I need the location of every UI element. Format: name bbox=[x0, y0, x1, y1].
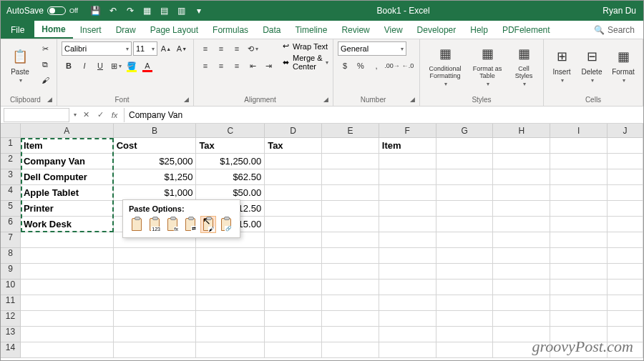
cell[interactable] bbox=[196, 342, 265, 358]
cell[interactable] bbox=[493, 311, 550, 327]
cell[interactable] bbox=[550, 138, 608, 154]
col-header[interactable]: D bbox=[265, 124, 322, 138]
number-format-combo[interactable]: General▾ bbox=[338, 41, 406, 56]
format-cells-button[interactable]: ▦ Format▾ bbox=[608, 41, 638, 89]
cell[interactable] bbox=[21, 280, 114, 295]
cell[interactable] bbox=[379, 217, 436, 232]
tab-view[interactable]: View bbox=[377, 21, 410, 39]
underline-button[interactable]: U bbox=[93, 59, 107, 73]
cut-icon[interactable]: ✂ bbox=[38, 41, 52, 56]
cell[interactable] bbox=[322, 248, 379, 264]
col-header[interactable]: J bbox=[608, 124, 643, 138]
cell[interactable] bbox=[114, 248, 197, 264]
align-bottom-icon[interactable]: ≡ bbox=[230, 41, 244, 56]
cell[interactable] bbox=[322, 185, 379, 201]
cell[interactable] bbox=[379, 327, 436, 342]
dialog-launcher-icon[interactable]: ◢ bbox=[47, 96, 52, 103]
cell[interactable] bbox=[265, 264, 322, 280]
cell[interactable] bbox=[608, 169, 643, 185]
cell[interactable]: Tax bbox=[265, 138, 322, 154]
cell[interactable] bbox=[322, 342, 379, 358]
cell[interactable]: $50.00 bbox=[196, 185, 265, 201]
align-top-icon[interactable]: ≡ bbox=[198, 41, 213, 56]
cell[interactable] bbox=[608, 295, 643, 311]
cell[interactable] bbox=[608, 280, 643, 295]
cell[interactable] bbox=[114, 280, 197, 295]
cell[interactable] bbox=[379, 232, 436, 248]
cell[interactable] bbox=[21, 264, 114, 280]
conditional-formatting-button[interactable]: ▦ Conditional Formatting▾ bbox=[424, 41, 466, 89]
row-header[interactable]: 1 bbox=[1, 138, 21, 154]
cell[interactable] bbox=[265, 169, 322, 185]
increase-font-icon[interactable]: A▲ bbox=[159, 41, 173, 56]
cell[interactable]: Item bbox=[21, 138, 114, 154]
col-header[interactable]: C bbox=[196, 124, 265, 138]
col-header[interactable]: I bbox=[550, 124, 608, 138]
decrease-font-icon[interactable]: A▼ bbox=[175, 41, 189, 56]
cell[interactable] bbox=[265, 185, 322, 201]
cell[interactable] bbox=[493, 248, 550, 264]
cell[interactable] bbox=[265, 201, 322, 217]
cell[interactable] bbox=[379, 169, 436, 185]
fill-color-icon[interactable]: 🪣 bbox=[125, 59, 139, 73]
dialog-launcher-icon[interactable]: ◢ bbox=[184, 96, 189, 103]
cell[interactable] bbox=[196, 264, 265, 280]
fx-icon[interactable]: fx bbox=[108, 111, 121, 119]
copy-icon[interactable]: ⧉ bbox=[38, 57, 52, 71]
border-icon[interactable]: ⊞▾ bbox=[109, 59, 123, 73]
cell[interactable] bbox=[436, 201, 494, 217]
row-header[interactable]: 6 bbox=[1, 217, 21, 232]
undo-icon[interactable]: ↶ bbox=[105, 3, 121, 19]
select-all-corner[interactable] bbox=[1, 124, 21, 138]
row-header[interactable]: 13 bbox=[1, 327, 21, 342]
cell[interactable] bbox=[436, 248, 494, 264]
cell[interactable] bbox=[493, 280, 550, 295]
dialog-launcher-icon[interactable]: ◢ bbox=[410, 96, 415, 103]
cell[interactable]: $25,000 bbox=[114, 154, 197, 169]
cell[interactable] bbox=[265, 342, 322, 358]
tab-draw[interactable]: Draw bbox=[109, 21, 143, 39]
cell[interactable] bbox=[322, 311, 379, 327]
cell[interactable] bbox=[379, 280, 436, 295]
delete-cells-button[interactable]: ⊟ Delete▾ bbox=[578, 41, 605, 89]
cell[interactable] bbox=[550, 280, 608, 295]
row-header[interactable]: 10 bbox=[1, 280, 21, 295]
cell[interactable]: Dell Computer bbox=[21, 169, 114, 185]
tab-pdfelement[interactable]: PDFelement bbox=[495, 21, 557, 39]
cell[interactable] bbox=[114, 327, 197, 342]
cell[interactable] bbox=[608, 248, 643, 264]
cell[interactable] bbox=[436, 169, 494, 185]
cell[interactable] bbox=[608, 201, 643, 217]
cell[interactable] bbox=[550, 311, 608, 327]
row-header[interactable]: 11 bbox=[1, 295, 21, 311]
align-left-icon[interactable]: ≡ bbox=[198, 59, 213, 73]
cell[interactable] bbox=[21, 311, 114, 327]
cell[interactable] bbox=[493, 264, 550, 280]
cell[interactable] bbox=[493, 295, 550, 311]
paste-option-link[interactable]: 🔗 bbox=[218, 216, 234, 233]
decrease-indent-icon[interactable]: ⇤ bbox=[245, 59, 260, 73]
cell[interactable] bbox=[322, 327, 379, 342]
row-header[interactable]: 4 bbox=[1, 185, 21, 201]
col-header[interactable]: A bbox=[21, 124, 114, 138]
cell[interactable] bbox=[436, 342, 494, 358]
cell[interactable] bbox=[322, 154, 379, 169]
cell[interactable] bbox=[550, 248, 608, 264]
currency-icon[interactable]: $ bbox=[338, 59, 352, 73]
format-as-table-button[interactable]: ▦ Format as Table▾ bbox=[469, 41, 506, 89]
cell[interactable] bbox=[196, 295, 265, 311]
cell[interactable] bbox=[550, 295, 608, 311]
enter-icon[interactable]: ✓ bbox=[94, 110, 107, 119]
orientation-icon[interactable]: ⟲▾ bbox=[245, 41, 260, 56]
cell[interactable] bbox=[379, 264, 436, 280]
cell[interactable] bbox=[550, 264, 608, 280]
cell[interactable] bbox=[21, 342, 114, 358]
cell[interactable] bbox=[550, 185, 608, 201]
cell[interactable] bbox=[322, 295, 379, 311]
col-header[interactable]: B bbox=[114, 124, 197, 138]
decrease-decimal-icon[interactable]: ←.0 bbox=[401, 59, 415, 73]
row-header[interactable]: 14 bbox=[1, 342, 21, 358]
cell[interactable] bbox=[550, 169, 608, 185]
cell[interactable] bbox=[196, 311, 265, 327]
row-header[interactable]: 5 bbox=[1, 201, 21, 217]
